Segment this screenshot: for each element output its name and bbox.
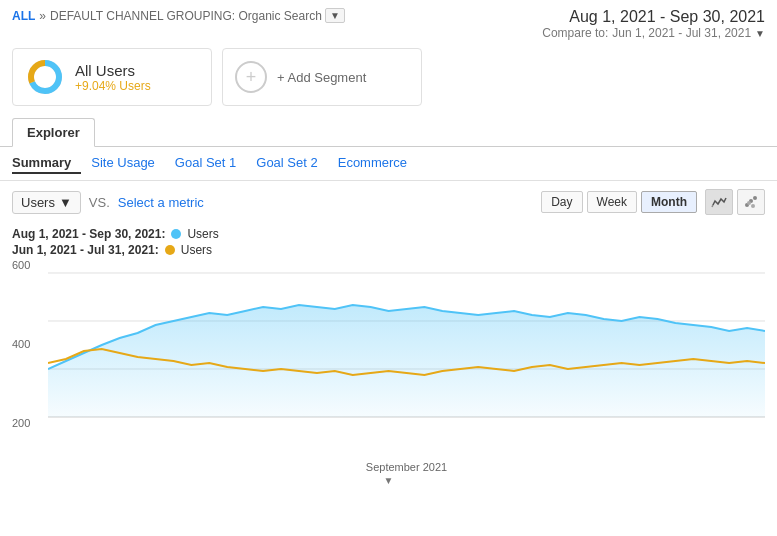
day-button[interactable]: Day [541,191,582,213]
sub-tab-goal-set-2[interactable]: Goal Set 2 [246,153,327,174]
sub-tabs: Summary Site Usage Goal Set 1 Goal Set 2… [0,147,777,181]
line-chart-button[interactable] [705,189,733,215]
legend-date-2: Jun 1, 2021 - Jul 31, 2021: [12,243,159,257]
chart-area: 600 400 200 [0,259,777,459]
channel-group: DEFAULT CHANNEL GROUPING: Organic Search… [50,8,345,23]
chart-svg [48,263,765,433]
time-buttons: Day Week Month [541,191,697,213]
segment-card: All Users +9.04% Users [12,48,212,106]
scroll-arrow[interactable]: ▼ [0,475,777,486]
date-range-main: Aug 1, 2021 - Sep 30, 2021 [542,8,765,26]
legend-metric-1: Users [187,227,218,241]
vs-label: VS. [89,195,110,210]
view-icons [705,189,765,215]
breadcrumb-separator: » [39,9,46,23]
x-axis-label: September 2021 [36,459,777,475]
top-bar: ALL » DEFAULT CHANNEL GROUPING: Organic … [0,0,777,44]
scatter-chart-button[interactable] [737,189,765,215]
sub-tab-summary[interactable]: Summary [12,153,81,174]
legend-item-2: Jun 1, 2021 - Jul 31, 2021: Users [12,243,765,257]
sub-tab-site-usage[interactable]: Site Usage [81,153,165,174]
add-segment-label: + Add Segment [277,70,366,85]
donut-icon [25,57,65,97]
y-axis-labels: 600 400 200 [12,259,30,429]
metric-dropdown[interactable]: Users ▼ [12,191,81,214]
all-link[interactable]: ALL [12,9,35,23]
compare-date: Jun 1, 2021 - Jul 31, 2021 [612,26,751,40]
chart-controls: Users ▼ VS. Select a metric Day Week Mon… [0,181,777,223]
chart-svg-container [48,263,765,436]
y-label-600: 600 [12,259,30,271]
channel-dropdown-arrow[interactable]: ▼ [325,8,345,23]
channel-name: DEFAULT CHANNEL GROUPING: Organic Search [50,9,322,23]
segment-name: All Users [75,62,151,79]
svg-point-8 [751,204,755,208]
legend-dot-1 [171,229,181,239]
tabs-container: Explorer [0,118,777,147]
compare-label: Compare to: [542,26,608,40]
legend-date-1: Aug 1, 2021 - Sep 30, 2021: [12,227,165,241]
month-button[interactable]: Month [641,191,697,213]
y-label-400: 400 [12,338,30,350]
segment-pct: +9.04% Users [75,79,151,93]
legend-item-1: Aug 1, 2021 - Sep 30, 2021: Users [12,227,765,241]
legend-metric-2: Users [181,243,212,257]
sub-tab-goal-set-1[interactable]: Goal Set 1 [165,153,246,174]
sub-tab-ecommerce[interactable]: Ecommerce [328,153,417,174]
select-metric[interactable]: Select a metric [118,195,204,210]
add-circle-icon: + [235,61,267,93]
compare-dropdown-arrow[interactable]: ▼ [755,28,765,39]
legend-dot-2 [165,245,175,255]
segment-info: All Users +9.04% Users [75,62,151,93]
week-button[interactable]: Week [587,191,637,213]
date-range-compare: Compare to: Jun 1, 2021 - Jul 31, 2021 ▼ [542,26,765,40]
y-label-200: 200 [12,417,30,429]
metric-selected: Users [21,195,55,210]
svg-rect-3 [711,205,727,208]
explorer-tab[interactable]: Explorer [12,118,95,147]
date-range: Aug 1, 2021 - Sep 30, 2021 Compare to: J… [542,8,765,40]
metric-dropdown-arrow: ▼ [59,195,72,210]
legend: Aug 1, 2021 - Sep 30, 2021: Users Jun 1,… [0,223,777,259]
add-segment-card[interactable]: + + Add Segment [222,48,422,106]
segments-area: All Users +9.04% Users + + Add Segment [0,44,777,110]
svg-point-7 [747,201,751,205]
metric-selector: Users ▼ VS. Select a metric [12,191,204,214]
svg-point-6 [753,196,757,200]
right-controls: Day Week Month [541,189,765,215]
breadcrumb: ALL » DEFAULT CHANNEL GROUPING: Organic … [12,8,345,23]
